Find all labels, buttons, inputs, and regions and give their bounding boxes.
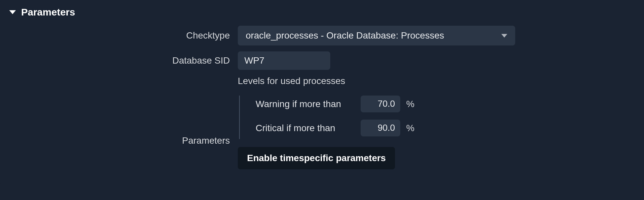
parameters-block: Levels for used processes Warning if mor… bbox=[238, 76, 414, 169]
levels-block: Warning if more than % Critical if more … bbox=[239, 96, 414, 139]
checktype-select[interactable]: oracle_processes - Oracle Database: Proc… bbox=[238, 26, 515, 45]
critical-input[interactable] bbox=[361, 120, 400, 136]
panel-header[interactable]: Parameters bbox=[0, 0, 644, 26]
checktype-label: Checktype bbox=[13, 30, 238, 41]
enable-timespecific-button[interactable]: Enable timespecific parameters bbox=[238, 147, 395, 169]
sid-label: Database SID bbox=[13, 55, 238, 66]
warning-input[interactable] bbox=[361, 96, 400, 112]
parameters-panel: Parameters Checktype oracle_processes - … bbox=[0, 0, 644, 185]
form: Checktype oracle_processes - Oracle Data… bbox=[0, 26, 644, 185]
chevron-down-icon bbox=[501, 34, 507, 38]
warning-label: Warning if more than bbox=[256, 99, 355, 109]
critical-row: Critical if more than % bbox=[248, 120, 414, 136]
critical-unit: % bbox=[406, 123, 414, 133]
sid-input[interactable] bbox=[238, 51, 330, 70]
row-sid: Database SID bbox=[13, 51, 631, 70]
critical-label: Critical if more than bbox=[256, 123, 355, 133]
row-checktype: Checktype oracle_processes - Oracle Data… bbox=[13, 26, 631, 45]
panel-title: Parameters bbox=[21, 7, 75, 18]
levels-title: Levels for used processes bbox=[238, 76, 414, 86]
row-parameters: Parameters Levels for used processes War… bbox=[13, 76, 631, 169]
parameters-label: Parameters bbox=[13, 99, 238, 146]
checktype-value: oracle_processes - Oracle Database: Proc… bbox=[246, 30, 444, 41]
warning-unit: % bbox=[406, 99, 414, 109]
warning-row: Warning if more than % bbox=[248, 96, 414, 112]
caret-down-icon bbox=[9, 10, 16, 14]
